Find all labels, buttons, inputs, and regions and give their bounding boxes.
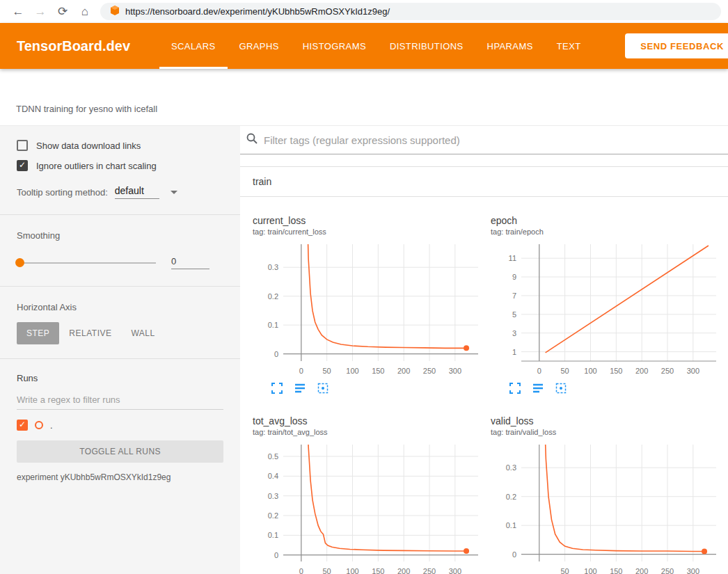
chart-tag: tag: train/valid_loss — [491, 428, 720, 436]
run-row[interactable]: . — [17, 420, 223, 431]
svg-text:0: 0 — [537, 367, 541, 375]
experiment-id: experiment yKUbhb5wRmOSXYkId1z9eg — [17, 472, 223, 482]
tab-histograms[interactable]: HISTOGRAMS — [291, 23, 378, 69]
line-chart-valid-loss[interactable]: 5010015020025030000.10.20.3 — [491, 440, 720, 574]
chart-tag: tag: train/tot_avg_loss — [253, 428, 482, 436]
view-data-icon[interactable] — [532, 382, 544, 394]
svg-text:0.4: 0.4 — [268, 472, 278, 480]
send-feedback-button[interactable]: SEND FEEDBACK — [625, 33, 728, 58]
axis-step-button[interactable]: STEP — [17, 322, 59, 344]
experiment-header: TDNN training for yesno with icefall — [0, 69, 728, 125]
svg-text:150: 150 — [610, 567, 622, 574]
forward-icon[interactable]: → — [29, 5, 52, 19]
chart-card-epoch: epoch tag: train/epoch 05010015020025030… — [491, 215, 720, 394]
show-download-checkbox-box[interactable] — [17, 140, 28, 151]
svg-text:100: 100 — [346, 567, 358, 574]
experiment-title: TDNN training for yesno with icefall — [16, 104, 157, 114]
train-section: train current_loss tag: train/current_lo… — [240, 166, 728, 574]
svg-text:0.2: 0.2 — [268, 292, 278, 301]
runs-filter-input[interactable] — [17, 390, 223, 410]
toggle-all-runs-button[interactable]: TOGGLE ALL RUNS — [17, 440, 223, 463]
tab-hparams[interactable]: HPARAMS — [475, 23, 545, 69]
smoothing-slider[interactable] — [17, 262, 156, 264]
scalars-dashboard: train current_loss tag: train/current_lo… — [240, 126, 728, 574]
smoothing-value-input[interactable]: 0 — [171, 256, 209, 269]
line-chart-current-loss[interactable]: 05010015020025030000.10.20.3 — [253, 240, 482, 379]
chart-title: current_loss — [253, 215, 482, 226]
slider-thumb[interactable] — [15, 258, 24, 267]
divider — [0, 358, 240, 359]
url-text: https://tensorboard.dev/experiment/yKUbh… — [125, 6, 390, 17]
expand-chart-icon[interactable] — [271, 382, 283, 394]
chart-title: valid_loss — [491, 415, 720, 426]
chart-card-tot-avg-loss: tot_avg_loss tag: train/tot_avg_loss 050… — [253, 415, 482, 574]
svg-text:100: 100 — [346, 367, 358, 375]
show-download-links-row[interactable]: Show data download links — [17, 140, 223, 151]
chart-title: epoch — [491, 215, 720, 226]
tab-graphs[interactable]: GRAPHS — [228, 23, 291, 69]
svg-text:0.3: 0.3 — [506, 463, 516, 472]
fit-domain-icon[interactable] — [317, 382, 329, 394]
chart-title: tot_avg_loss — [253, 415, 482, 426]
svg-text:0.2: 0.2 — [268, 511, 278, 520]
line-chart-epoch[interactable]: 0501001502002503001357911 — [491, 240, 720, 379]
axis-wall-button[interactable]: WALL — [121, 322, 164, 344]
tab-distributions[interactable]: DISTRIBUTIONS — [378, 23, 475, 69]
chart-card-current-loss: current_loss tag: train/current_loss 050… — [253, 215, 482, 394]
svg-text:0: 0 — [299, 567, 303, 574]
svg-text:0.2: 0.2 — [506, 493, 516, 501]
run-checkbox-box[interactable] — [17, 420, 28, 431]
svg-text:150: 150 — [372, 567, 384, 574]
home-icon[interactable]: ⌂ — [74, 5, 96, 19]
app-header: TensorBoard.dev SCALARS GRAPHS HISTOGRAM… — [0, 23, 728, 69]
smoothing-label: Smoothing — [17, 230, 223, 241]
run-name: . — [50, 420, 53, 431]
app-logo[interactable]: TensorBoard.dev — [17, 38, 130, 54]
line-chart-tot-avg-loss[interactable]: 05010015020025030000.10.20.30.40.5 — [253, 440, 482, 574]
fit-domain-icon[interactable] — [555, 382, 567, 394]
svg-text:300: 300 — [449, 367, 461, 375]
axis-relative-button[interactable]: RELATIVE — [59, 322, 121, 344]
svg-text:0: 0 — [299, 367, 303, 375]
ignore-outliers-checkbox-box[interactable] — [17, 160, 28, 171]
svg-text:250: 250 — [661, 367, 674, 375]
chart-tag: tag: train/current_loss — [253, 228, 482, 236]
svg-text:300: 300 — [449, 567, 461, 574]
chart-toolbar — [491, 382, 720, 394]
svg-text:150: 150 — [610, 367, 622, 375]
tooltip-sorting-value: default — [115, 185, 159, 199]
svg-text:200: 200 — [635, 567, 648, 574]
svg-text:0.3: 0.3 — [268, 492, 278, 500]
back-icon[interactable]: ← — [7, 5, 29, 19]
horizontal-axis-label: Horizontal Axis — [17, 302, 223, 312]
svg-text:5: 5 — [512, 310, 516, 319]
tab-text[interactable]: TEXT — [545, 23, 593, 69]
svg-text:200: 200 — [397, 367, 410, 375]
search-icon — [246, 132, 258, 148]
svg-text:1: 1 — [512, 348, 516, 356]
svg-text:0.3: 0.3 — [268, 263, 278, 271]
ignore-outliers-row[interactable]: Ignore outliers in chart scaling — [17, 160, 223, 171]
refresh-icon[interactable]: ⟳ — [52, 4, 74, 19]
svg-text:50: 50 — [561, 567, 569, 574]
tab-scalars[interactable]: SCALARS — [159, 23, 228, 69]
settings-sidebar: Show data download links Ignore outliers… — [0, 126, 240, 574]
svg-text:9: 9 — [512, 273, 516, 281]
run-color-swatch-icon[interactable] — [35, 421, 43, 429]
show-download-label: Show data download links — [36, 141, 141, 151]
address-bar[interactable]: https://tensorboard.dev/experiment/yKUbh… — [100, 3, 721, 20]
train-section-header[interactable]: train — [240, 167, 728, 197]
svg-text:200: 200 — [635, 367, 648, 375]
svg-text:0: 0 — [274, 551, 278, 559]
svg-text:0.1: 0.1 — [268, 321, 278, 329]
chevron-down-icon — [171, 191, 177, 194]
svg-text:7: 7 — [512, 292, 516, 300]
expand-chart-icon[interactable] — [509, 382, 521, 394]
tooltip-sorting-dropdown[interactable]: default — [115, 185, 177, 199]
tag-filter-input[interactable] — [264, 134, 721, 146]
svg-text:50: 50 — [323, 367, 331, 375]
svg-text:0.1: 0.1 — [506, 521, 516, 529]
svg-text:50: 50 — [323, 567, 331, 574]
view-data-icon[interactable] — [294, 382, 306, 394]
svg-text:300: 300 — [687, 567, 699, 574]
